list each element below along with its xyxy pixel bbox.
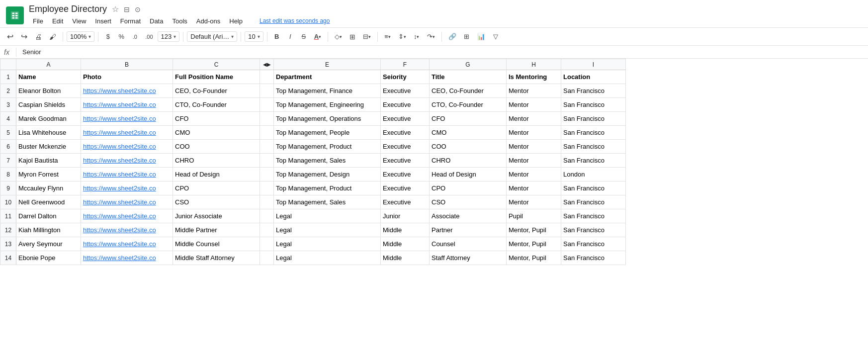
cell-name[interactable]: Eleanor Bolton [16, 84, 81, 98]
cell-seniority[interactable]: Executive [381, 140, 430, 154]
col-header-d[interactable]: ◀▶ [260, 59, 274, 70]
cell-photo[interactable]: https://www.sheet2site.co [81, 112, 173, 126]
header-department[interactable]: Department [274, 70, 381, 84]
cell-name[interactable]: Caspian Shields [16, 98, 81, 112]
cell-photo[interactable]: https://www.sheet2site.co [81, 98, 173, 112]
menu-insert[interactable]: Insert [91, 16, 115, 26]
print-button[interactable]: 🖨 [32, 31, 45, 43]
col-header-e[interactable]: E [274, 59, 381, 70]
cell-department[interactable]: Top Management, People [274, 126, 381, 140]
cell-full-position[interactable]: CEO, Co-Founder [173, 84, 260, 98]
menu-format[interactable]: Format [116, 16, 145, 26]
header-mentoring[interactable]: Is Mentoring [507, 70, 561, 84]
italic-button[interactable]: I [284, 31, 296, 42]
cell-photo[interactable]: https://www.sheet2site.co [81, 182, 173, 195]
cell-mentoring[interactable]: Mentor, Pupil [507, 251, 561, 265]
cell-mentoring[interactable]: Pupil [507, 209, 561, 223]
col-header-a[interactable]: A [16, 59, 81, 70]
cell-name[interactable]: Ebonie Pope [16, 251, 81, 265]
decimal-more-button[interactable]: .00 [142, 32, 156, 42]
app-title[interactable]: Employee Directory [29, 4, 107, 14]
menu-file[interactable]: File [29, 16, 47, 26]
sheet-container[interactable]: A B C ◀▶ E F G H I 1 Name Photo Full Pos… [0, 59, 868, 338]
cell-title[interactable]: Associate [430, 209, 507, 223]
cell-department[interactable]: Legal [274, 237, 381, 251]
cell-name[interactable]: Kiah Millington [16, 223, 81, 237]
cell-location[interactable]: San Francisco [561, 126, 626, 140]
cell-mentoring[interactable]: Mentor, Pupil [507, 223, 561, 237]
cell-title[interactable]: COO [430, 140, 507, 154]
cell-seniority[interactable]: Executive [381, 182, 430, 195]
cell-full-position[interactable]: Middle Staff Attorney [173, 251, 260, 265]
cell-full-position[interactable]: CSO [173, 195, 260, 209]
cell-seniority[interactable]: Executive [381, 168, 430, 182]
cell-photo[interactable]: https://www.sheet2site.co [81, 195, 173, 209]
cell-name[interactable]: Avery Seymour [16, 237, 81, 251]
col-header-b[interactable]: B [81, 59, 173, 70]
cell-full-position[interactable]: CHRO [173, 154, 260, 168]
cell-mentoring[interactable]: Mentor, Pupil [507, 237, 561, 251]
cell-full-position[interactable]: COO [173, 140, 260, 154]
cell-mentoring[interactable]: Mentor [507, 84, 561, 98]
strikethrough-button[interactable]: S [298, 31, 310, 42]
cell-photo[interactable]: https://www.sheet2site.co [81, 168, 173, 182]
cell-title[interactable]: CEO, Co-Founder [430, 84, 507, 98]
col-header-i[interactable]: I [561, 59, 626, 70]
cell-title[interactable]: Head of Design [430, 168, 507, 182]
cell-name[interactable]: Nell Greenwood [16, 195, 81, 209]
cell-seniority[interactable]: Executive [381, 154, 430, 168]
cell-name[interactable]: Myron Forrest [16, 168, 81, 182]
cell-mentoring[interactable]: Mentor [507, 195, 561, 209]
cell-photo[interactable]: https://www.sheet2site.co [81, 209, 173, 223]
paint-format-button[interactable]: 🖌 [46, 31, 59, 43]
cell-photo[interactable]: https://www.sheet2site.co [81, 223, 173, 237]
bold-button[interactable]: B [271, 31, 283, 42]
header-title[interactable]: Title [430, 70, 507, 84]
cell-mentoring[interactable]: Mentor [507, 140, 561, 154]
last-edit-label[interactable]: Last edit was seconds ago [256, 15, 334, 26]
cell-department[interactable]: Top Management, Design [274, 168, 381, 182]
cell-full-position[interactable]: CMO [173, 126, 260, 140]
cell-department[interactable]: Top Management, Finance [274, 84, 381, 98]
cell-department[interactable]: Top Management, Product [274, 140, 381, 154]
cell-department[interactable]: Top Management, Engineering [274, 98, 381, 112]
folder-icon[interactable]: ⊟ [124, 5, 130, 13]
cell-name[interactable]: Buster Mckenzie [16, 140, 81, 154]
cell-full-position[interactable]: Head of Design [173, 168, 260, 182]
percent-button[interactable]: % [115, 31, 127, 42]
cell-title[interactable]: Counsel [430, 237, 507, 251]
cell-full-position[interactable]: CTO, Co-Founder [173, 98, 260, 112]
cell-name[interactable]: Darrel Dalton [16, 209, 81, 223]
cell-mentoring[interactable]: Mentor [507, 168, 561, 182]
cell-full-position[interactable]: Middle Partner [173, 223, 260, 237]
cell-title[interactable]: CHRO [430, 154, 507, 168]
cell-seniority[interactable]: Executive [381, 112, 430, 126]
cell-seniority[interactable]: Middle [381, 237, 430, 251]
cell-seniority[interactable]: Executive [381, 195, 430, 209]
cell-location[interactable]: San Francisco [561, 140, 626, 154]
cell-location[interactable]: San Francisco [561, 209, 626, 223]
menu-tools[interactable]: Tools [168, 16, 191, 26]
redo-button[interactable]: ↪ [18, 30, 30, 43]
formula-value[interactable]: Senior [20, 47, 43, 57]
col-header-g[interactable]: G [430, 59, 507, 70]
text-color-button[interactable]: A ▾ [311, 31, 324, 42]
col-header-c[interactable]: C [173, 59, 260, 70]
cell-name[interactable]: Mccauley Flynn [16, 182, 81, 195]
cell-full-position[interactable]: CPO [173, 182, 260, 195]
zoom-select[interactable]: 100% ▾ [67, 31, 94, 42]
cell-full-position[interactable]: Middle Counsel [173, 237, 260, 251]
header-name[interactable]: Name [16, 70, 81, 84]
fill-color-button[interactable]: ◇ ▾ [332, 31, 345, 42]
align-horiz-button[interactable]: ≡▾ [381, 31, 394, 42]
header-photo[interactable]: Photo [81, 70, 173, 84]
menu-addons[interactable]: Add-ons [192, 16, 224, 26]
cell-department[interactable]: Top Management, Product [274, 182, 381, 195]
cell-department[interactable]: Legal [274, 209, 381, 223]
cell-mentoring[interactable]: Mentor [507, 112, 561, 126]
cell-photo[interactable]: https://www.sheet2site.co [81, 84, 173, 98]
header-location[interactable]: Location [561, 70, 626, 84]
cell-photo[interactable]: https://www.sheet2site.co [81, 237, 173, 251]
chart-button[interactable]: 📊 [474, 31, 488, 42]
cell-seniority[interactable]: Executive [381, 126, 430, 140]
